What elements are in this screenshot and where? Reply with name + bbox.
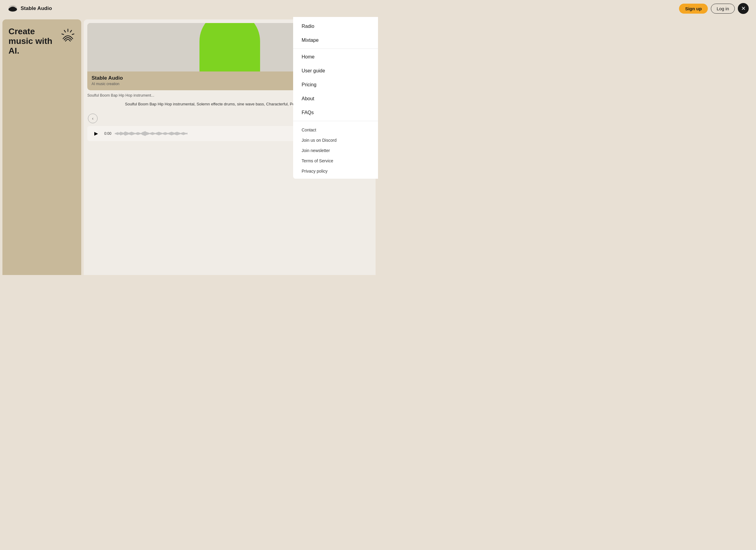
- waveform-bar: [177, 132, 177, 135]
- menu-item-faqs[interactable]: FAQs: [293, 106, 378, 120]
- menu-item-pricing[interactable]: Pricing: [293, 78, 378, 92]
- menu-item-home[interactable]: Home: [293, 50, 378, 64]
- waveform-bar: [175, 132, 176, 135]
- logo-text: Stable Audio: [21, 5, 52, 12]
- waveform-bar: [128, 132, 128, 135]
- waveform-bar: [148, 132, 148, 135]
- waveform-bar: [147, 132, 147, 135]
- waveform-bar: [137, 132, 137, 135]
- menu-item-mixtape[interactable]: Mixtape: [293, 33, 378, 47]
- footer-item-tos[interactable]: Terms of Service: [293, 156, 378, 166]
- waveform-bar: [123, 133, 124, 135]
- logo-area: Stable Audio: [7, 5, 378, 12]
- menu-footer: ContactJoin us on DiscordJoin newsletter…: [293, 122, 378, 178]
- play-button[interactable]: ▶: [92, 129, 101, 138]
- footer-item-newsletter[interactable]: Join newsletter: [293, 145, 378, 156]
- menu-divider-1: [293, 48, 378, 49]
- svg-line-2: [70, 30, 72, 32]
- waveform-bar: [117, 132, 117, 135]
- waveform-bar: [144, 132, 145, 136]
- waveform-bar: [149, 133, 149, 135]
- waveform-bar: [164, 132, 165, 135]
- waveform-bar: [155, 133, 156, 134]
- chevron-left-icon: ‹: [92, 116, 94, 121]
- waveform-bar: [129, 133, 129, 135]
- waveform-bar: [178, 132, 178, 135]
- sun-rays-icon: [62, 29, 74, 41]
- menu-item-user-guide[interactable]: User guide: [293, 64, 378, 78]
- waveform-bar: [150, 133, 151, 135]
- waveform-bar: [116, 133, 116, 135]
- waveform-bar: [132, 132, 133, 135]
- waveform-bar: [159, 132, 160, 135]
- hero-title: Create music with AI.: [8, 27, 61, 56]
- waveform-bar: [146, 132, 146, 135]
- footer-item-privacy[interactable]: Privacy policy: [293, 166, 378, 176]
- waveform-bar: [169, 132, 170, 135]
- waveform-bar: [121, 132, 122, 135]
- waveform-bar: [140, 133, 141, 134]
- waveform-bar: [161, 133, 162, 135]
- waveform-bar: [171, 132, 172, 135]
- waveform-bar: [120, 132, 121, 135]
- waveform-bar: [134, 133, 135, 135]
- waveform-bar: [183, 132, 184, 135]
- time-display: 0:00: [104, 132, 111, 136]
- waveform-bar: [126, 132, 126, 135]
- waveform-bar: [168, 133, 168, 134]
- svg-line-5: [62, 34, 64, 35]
- waveform-bar: [133, 132, 134, 135]
- waveform-bar: [187, 133, 187, 135]
- waveform-bar: [125, 132, 125, 136]
- waveform-bar: [170, 132, 171, 135]
- waveform-bar: [135, 133, 135, 134]
- play-icon: ▶: [94, 131, 98, 136]
- waveform-bar: [181, 133, 182, 135]
- footer-item-discord[interactable]: Join us on Discord: [293, 135, 378, 145]
- card-header: Create music with AI.: [8, 27, 75, 56]
- green-arch-shape: [199, 23, 260, 72]
- waveform-bar: [159, 132, 159, 135]
- waveform-bar: [115, 133, 115, 134]
- waveform-bar: [154, 133, 155, 135]
- waveform-bar: [118, 132, 118, 135]
- waveform-bar: [180, 133, 181, 134]
- menu-divider: [293, 121, 378, 121]
- dropdown-menu: RadioMixtapeHomeUser guidePricingAboutFA…: [293, 17, 378, 179]
- menu-item-about[interactable]: About: [293, 92, 378, 106]
- logo-icon: [7, 5, 18, 12]
- waveform-bar: [162, 133, 163, 134]
- waveform-bar: [145, 131, 146, 136]
- svg-line-4: [64, 30, 65, 32]
- waveform-bar: [179, 133, 180, 135]
- svg-line-3: [72, 34, 74, 35]
- waveform-bar: [160, 132, 161, 135]
- waveform-bar: [153, 132, 154, 135]
- waveform-bar: [167, 133, 167, 135]
- waveform-bar: [172, 132, 173, 135]
- waveform-bar: [142, 132, 143, 135]
- waveform-bar: [130, 132, 131, 135]
- menu-item-radio[interactable]: Radio: [293, 19, 378, 33]
- prev-button[interactable]: ‹: [88, 114, 98, 123]
- waveform-bar: [141, 133, 142, 135]
- waveform-bar: [124, 132, 125, 135]
- header: Stable Audio Sign up Log in ✕: [0, 0, 378, 17]
- waveform-bar: [136, 133, 136, 135]
- waveform-bar: [179, 132, 179, 135]
- waveform-bar: [157, 132, 157, 135]
- waveform-bar: [166, 132, 166, 135]
- waveform-bar: [143, 132, 144, 135]
- waveform-bar: [119, 132, 120, 135]
- waveform-bar: [174, 133, 175, 135]
- waveform-bar: [127, 132, 127, 135]
- hero-icon: [61, 28, 75, 44]
- waveform-bar: [119, 133, 119, 135]
- waveform-bar: [158, 132, 158, 135]
- waveform-bar: [138, 132, 138, 135]
- footer-item-contact[interactable]: Contact: [293, 125, 378, 135]
- waveform-bar: [185, 133, 186, 135]
- waveform-bar: [186, 133, 186, 134]
- waveform-bar: [184, 132, 185, 135]
- waveform-bar: [182, 132, 183, 135]
